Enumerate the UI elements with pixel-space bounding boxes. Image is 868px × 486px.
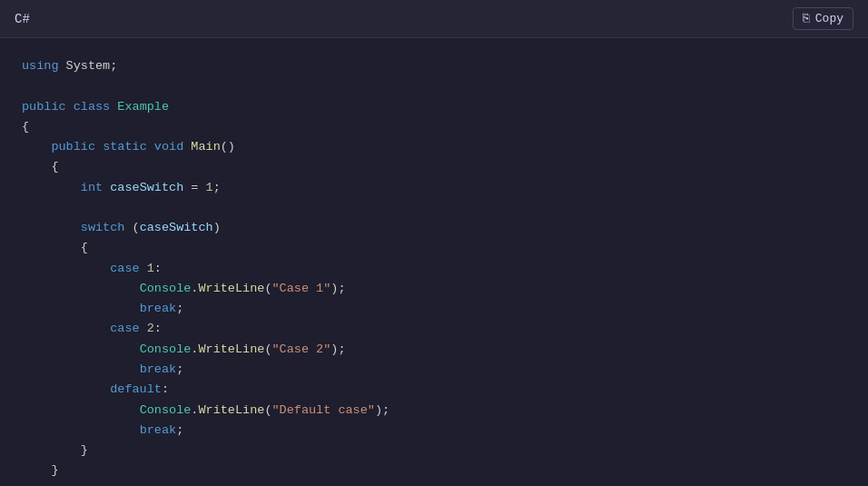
code-line: break;: [22, 360, 846, 380]
language-label: C#: [15, 12, 30, 26]
copy-button-label: Copy: [815, 12, 843, 25]
code-line: break;: [22, 421, 846, 441]
copy-icon: ⎘: [803, 12, 810, 25]
code-line: public class Example: [22, 97, 846, 117]
code-line: [22, 198, 846, 218]
code-line: }: [22, 461, 846, 481]
code-line: public static void Main(): [22, 137, 846, 157]
code-line: case 1:: [22, 259, 846, 279]
code-line: case 2:: [22, 319, 846, 339]
code-line: using System;: [22, 56, 846, 76]
code-line: {: [22, 157, 846, 177]
code-line: Console.WriteLine("Default case");: [22, 401, 846, 421]
code-line: int caseSwitch = 1;: [22, 178, 846, 198]
code-line: }: [22, 441, 846, 461]
code-body: using System; public class Example { pub…: [0, 38, 868, 486]
code-line: Console.WriteLine("Case 2");: [22, 340, 846, 360]
copy-button[interactable]: ⎘ Copy: [793, 7, 853, 30]
code-line: default:: [22, 380, 846, 400]
code-line: {: [22, 117, 846, 137]
code-line: }: [22, 481, 846, 486]
header-bar: C# ⎘ Copy: [0, 0, 868, 38]
code-line: switch (caseSwitch): [22, 218, 846, 238]
code-line: break;: [22, 299, 846, 319]
code-line: [22, 76, 846, 96]
code-container: C# ⎘ Copy using System; public class Exa…: [0, 0, 868, 486]
code-line: Console.WriteLine("Case 1");: [22, 279, 846, 299]
code-line: {: [22, 238, 846, 258]
